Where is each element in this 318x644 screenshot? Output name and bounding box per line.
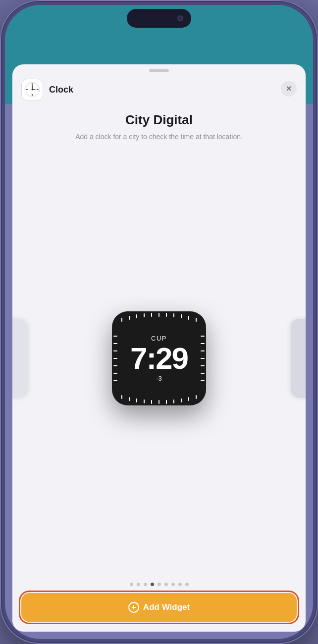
plus-symbol: + xyxy=(131,603,136,611)
page-dot-1[interactable] xyxy=(130,583,133,586)
widget-time: 7:29 xyxy=(130,343,188,374)
widget-title: City Digital xyxy=(125,112,193,128)
sheet-header: Clock ✕ xyxy=(12,72,306,105)
page-dot-6[interactable] xyxy=(164,583,168,586)
sheet-content: City Digital Add a clock for a city to c… xyxy=(12,105,306,593)
widget-sheet: Clock ✕ City Digital Add a clock for a c… xyxy=(12,64,306,632)
page-dot-5[interactable] xyxy=(158,583,161,586)
screen: lndly xyxy=(5,5,313,639)
page-dot-4[interactable] xyxy=(151,583,154,586)
add-widget-label: Add Widget xyxy=(143,602,190,612)
close-button[interactable]: ✕ xyxy=(281,81,297,97)
app-name-label: Clock xyxy=(49,85,73,95)
add-icon: + xyxy=(128,602,139,613)
widget-description: Add a clock for a city to check the time… xyxy=(60,132,258,142)
app-icon xyxy=(21,79,43,100)
svg-point-8 xyxy=(32,89,33,91)
clock-icon xyxy=(24,81,41,98)
add-widget-area: + Add Widget xyxy=(12,593,306,632)
camera-dot xyxy=(177,15,183,21)
widget-preview-area[interactable]: CUP 7:29 -3 xyxy=(12,142,306,575)
phone-frame: lndly xyxy=(0,0,318,644)
page-dot-8[interactable] xyxy=(178,583,182,586)
page-dots xyxy=(130,575,189,593)
add-widget-button[interactable]: + Add Widget xyxy=(21,593,297,622)
page-dot-7[interactable] xyxy=(171,583,175,586)
page-dot-3[interactable] xyxy=(144,583,147,586)
page-dot-9[interactable] xyxy=(185,583,189,586)
widget-card: CUP 7:29 -3 xyxy=(112,311,206,405)
widget-offset: -3 xyxy=(156,375,162,382)
dynamic-island xyxy=(127,9,191,28)
page-dot-2[interactable] xyxy=(137,583,140,586)
